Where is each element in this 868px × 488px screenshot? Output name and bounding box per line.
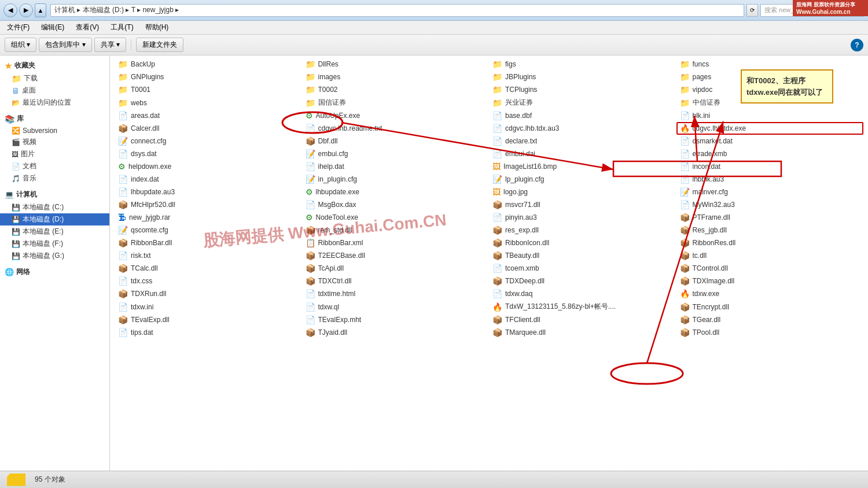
file-item[interactable]: 📄MyWin32.au3 xyxy=(676,198,864,211)
sidebar-item-music[interactable]: 🎵 音乐 xyxy=(0,172,109,184)
file-item[interactable]: 📦TControl.dll xyxy=(676,262,864,275)
file-item[interactable]: 📦msvcr71.dll xyxy=(489,198,676,211)
file-item[interactable]: 📦TDXCtrl.dll xyxy=(302,275,490,287)
file-item[interactable]: 📦TJyaid.dll xyxy=(302,326,490,339)
file-item[interactable]: 📄tcoem.xmb xyxy=(489,262,676,275)
file-item[interactable]: 📦TcApi.dll xyxy=(302,262,490,275)
sidebar-item-recent[interactable]: 📂 最近访问的位置 xyxy=(0,97,109,109)
file-item[interactable]: ⚙lhbupdate.exe xyxy=(302,186,490,198)
file-item[interactable]: 📄TEvalExp.mht xyxy=(302,313,490,326)
file-item[interactable]: 📄tips.dat xyxy=(115,326,302,339)
up-button[interactable]: ▲ xyxy=(35,3,46,17)
file-item[interactable]: 📦TPool.dll xyxy=(676,326,864,339)
menu-edit[interactable]: 编辑(E) xyxy=(39,22,67,33)
file-item[interactable]: 📄declare.txt xyxy=(489,135,676,147)
sidebar-item-drive-g[interactable]: 💾 本地磁盘 (G:) xyxy=(0,250,109,262)
file-item[interactable]: 📄tdxtime.html xyxy=(302,287,490,300)
sidebar-item-pictures[interactable]: 🖼 图片 xyxy=(0,148,109,160)
sidebar-item-subversion[interactable]: 🔀 Subversion xyxy=(0,125,109,136)
file-item[interactable]: 📦RibbonIcon.dll xyxy=(489,236,676,249)
file-item[interactable]: 📄etrade.xmb xyxy=(676,147,864,160)
file-item[interactable]: 📦RibbonRes.dll xyxy=(676,236,864,249)
file-item[interactable]: 📄tdxw.ini xyxy=(115,300,302,313)
menu-view[interactable]: 查看(V) xyxy=(73,22,101,33)
file-item[interactable]: 📁DllRes xyxy=(302,58,490,71)
file-item[interactable]: 📝connect.cfg xyxy=(115,135,302,147)
file-item[interactable]: 📁JBPlugins xyxy=(489,71,676,83)
file-item[interactable]: 📦T2EECBase.dll xyxy=(302,249,490,262)
sidebar-item-drive-f[interactable]: 💾 本地磁盘 (F:) xyxy=(0,238,109,250)
file-item[interactable]: 🔥TdxW_13123115_5.86zy-bl+帐号.... xyxy=(489,300,676,313)
file-item[interactable]: 📄tdx.css xyxy=(115,275,302,287)
file-item[interactable]: 📄MsgBox.dax xyxy=(302,198,490,211)
file-item[interactable]: 📝qscomte.cfg xyxy=(115,224,302,236)
new-folder-button[interactable]: 新建文件夹 xyxy=(136,38,183,52)
file-item[interactable]: ⚙NodeTool.exe xyxy=(302,211,490,224)
file-item[interactable]: 📦rem_std.dll xyxy=(302,224,490,236)
file-item[interactable]: 📦TDXDeep.dll xyxy=(489,275,676,287)
file-item[interactable]: 📦TDXRun.dll xyxy=(115,287,302,300)
file-item[interactable]: 📄incon.dat xyxy=(676,160,864,173)
help-button[interactable]: ? xyxy=(851,39,863,51)
file-item[interactable]: 📦PTFrame.dll xyxy=(676,211,864,224)
file-item[interactable]: 📄pinyin.au3 xyxy=(489,211,676,224)
file-item[interactable]: 📦TFClient.dll xyxy=(489,313,676,326)
file-item[interactable]: 🔥cdgvc.lhb.tdx.exe xyxy=(676,122,864,135)
sidebar-item-video[interactable]: 🎬 视频 xyxy=(0,136,109,148)
menu-file[interactable]: 文件(F) xyxy=(5,22,32,33)
file-item[interactable]: 📄tdxw.daq xyxy=(489,287,676,300)
file-item[interactable]: 📁GNPlugins xyxy=(115,71,302,83)
file-item[interactable]: 📋RibbonBar.xml xyxy=(302,236,490,249)
file-item[interactable]: 📦TDXImage.dll xyxy=(676,275,864,287)
breadcrumb[interactable]: 计算机 ▸ 本地磁盘 (D:) ▸ T ▸ new_jyjgb ▸ xyxy=(50,4,744,17)
file-item[interactable]: 📦TBeauty.dll xyxy=(489,249,676,262)
sidebar-item-drive-c[interactable]: 💾 本地磁盘 (C:) xyxy=(0,201,109,213)
file-item[interactable]: 🖼logo.jpg xyxy=(489,186,676,198)
file-item[interactable]: 📦TCalc.dll xyxy=(115,262,302,275)
file-item[interactable]: 🗜new_jyjgb.rar xyxy=(115,211,302,224)
file-item[interactable]: 📄cdgvc.lhb.tdx.au3 xyxy=(489,122,676,135)
file-item[interactable]: 📦RibbonBar.dll xyxy=(115,236,302,249)
file-item[interactable]: ⚙AutoUpEx.exe xyxy=(302,109,490,122)
refresh-button[interactable]: ⟳ xyxy=(746,4,758,17)
file-item[interactable]: 📄dsmarket.dat xyxy=(676,135,864,147)
file-item[interactable]: 📁T0001 xyxy=(115,83,302,96)
file-item[interactable]: 📁figs xyxy=(489,58,676,71)
sidebar-item-drive-d[interactable]: 💾 本地磁盘 (D:) xyxy=(0,213,109,225)
file-item[interactable]: 📝mainver.cfg xyxy=(676,186,864,198)
organize-button[interactable]: 组织 ▾ xyxy=(5,38,36,52)
file-item[interactable]: 📄dsys.dat xyxy=(115,147,302,160)
file-item[interactable]: 🖼ImageList16.bmp xyxy=(489,160,676,173)
file-item[interactable]: 📦tc.dll xyxy=(676,249,864,262)
file-item[interactable]: 📄risk.txt xyxy=(115,249,302,262)
file-item[interactable]: 📄index.dat xyxy=(115,173,302,186)
file-item[interactable]: 📁funcs xyxy=(676,58,864,71)
file-item[interactable]: 📁兴业证券 xyxy=(489,96,676,109)
file-item[interactable]: 📄cdgvc.lhb.readme.txt xyxy=(302,122,490,135)
file-item[interactable]: 📦MfcHlpr520.dll xyxy=(115,198,302,211)
file-item[interactable]: 📝embui.cfg xyxy=(302,147,490,160)
file-item[interactable]: 📄areas.dat xyxy=(115,109,302,122)
file-item[interactable]: 📦res_exp.dll xyxy=(489,224,676,236)
file-item[interactable]: 📦Res_jgb.dll xyxy=(676,224,864,236)
file-item[interactable]: 📄ihelp.dat xyxy=(302,160,490,173)
sidebar-item-documents[interactable]: 📄 文档 xyxy=(0,160,109,172)
file-item[interactable]: ⚙helpdown.exe xyxy=(115,160,302,173)
file-item[interactable]: 🔥tdxw.exe xyxy=(676,287,864,300)
file-item[interactable]: 📦Dbf.dll xyxy=(302,135,490,147)
file-item[interactable]: 📁TCPlugins xyxy=(489,83,676,96)
sidebar-item-desktop[interactable]: 🖥 桌面 xyxy=(0,84,109,97)
back-button[interactable]: ◀ xyxy=(3,3,17,17)
file-item[interactable]: 📄blk.ini xyxy=(676,109,864,122)
file-item[interactable]: 📁T0002 xyxy=(302,83,490,96)
file-item[interactable]: 📦TMarquee.dll xyxy=(489,326,676,339)
file-item[interactable]: 📝in_plugin.cfg xyxy=(302,173,490,186)
file-item[interactable]: 📦TEncrypt.dll xyxy=(676,300,864,313)
file-item[interactable]: 📄lhbblk.au3 xyxy=(676,173,864,186)
share-button[interactable]: 共享 ▾ xyxy=(94,38,126,52)
file-item[interactable]: 📝lp_plugin.cfg xyxy=(489,173,676,186)
file-item[interactable]: 📄lhbupdate.au3 xyxy=(115,186,302,198)
file-item[interactable]: 📦Calcer.dll xyxy=(115,122,302,135)
file-item[interactable]: 📦TGear.dll xyxy=(676,313,864,326)
include-library-button[interactable]: 包含到库中 ▾ xyxy=(39,38,91,52)
